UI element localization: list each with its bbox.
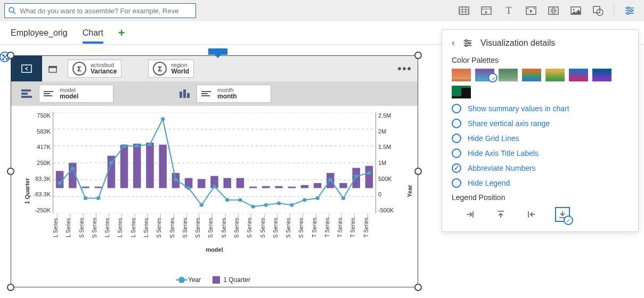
panel-title: Visualization details [480, 38, 555, 48]
svg-point-71 [96, 196, 101, 200]
legend-label: Year [188, 276, 201, 284]
chart-legend: Year 1 Quarter [11, 276, 418, 287]
option-hide-grid[interactable]: Hide Grid Lines [452, 134, 629, 143]
insert-web-icon[interactable] [543, 1, 564, 21]
insert-shape-icon[interactable] [588, 1, 608, 21]
measure-chip-variance[interactable]: Σ actvsbud Variance [68, 60, 121, 78]
sort-icon [44, 91, 55, 96]
chart-widget[interactable]: Σ actvsbud Variance Σ region World ••• [11, 55, 418, 287]
widget-tab-marker [208, 48, 227, 55]
svg-point-86 [290, 203, 294, 207]
legend-pos-right[interactable] [462, 207, 477, 222]
svg-point-70 [84, 196, 88, 200]
svg-rect-27 [22, 65, 31, 72]
y-ticks-right: 2.5M2M1.5M1M500K0-500K [376, 112, 402, 213]
svg-rect-34 [183, 89, 186, 98]
svg-point-80 [213, 185, 217, 188]
sigma-icon: Σ [153, 62, 167, 76]
insert-media-icon[interactable] [521, 1, 541, 21]
insert-date-icon[interactable] [476, 1, 496, 21]
palette-swatch[interactable] [522, 69, 541, 81]
horizontal-bars-icon[interactable] [14, 85, 39, 103]
palette-swatch[interactable] [545, 69, 565, 81]
svg-rect-33 [180, 92, 182, 98]
palette-swatch[interactable] [475, 69, 494, 81]
svg-point-83 [251, 205, 255, 209]
svg-rect-28 [49, 68, 56, 72]
dimension-chip-model[interactable]: model model [39, 85, 113, 103]
more-menu-button[interactable]: ••• [392, 63, 418, 75]
palette-swatch[interactable] [569, 69, 588, 81]
insert-text-icon[interactable]: T [499, 1, 519, 21]
resize-handle[interactable] [7, 52, 14, 59]
insert-table-icon[interactable] [454, 1, 474, 21]
svg-rect-54 [198, 179, 206, 188]
svg-rect-63 [314, 183, 322, 188]
svg-point-75 [148, 143, 152, 146]
svg-rect-51 [159, 145, 167, 188]
measure-chip-world[interactable]: Σ region World [148, 60, 194, 78]
add-tab-button[interactable]: + [118, 26, 125, 40]
settings-sliders-icon[interactable] [619, 1, 640, 21]
search-box[interactable] [4, 3, 196, 18]
tab-employee-orig[interactable]: Employee_orig [11, 23, 68, 43]
svg-point-88 [315, 196, 320, 200]
svg-point-90 [341, 196, 346, 200]
svg-point-92 [367, 171, 371, 175]
tab-chart[interactable]: Chart [83, 23, 103, 43]
svg-rect-48 [120, 145, 128, 188]
resize-handle[interactable] [414, 52, 422, 59]
resize-handle[interactable] [7, 284, 14, 291]
legend-position-section-label: Legend Position [452, 193, 629, 202]
svg-rect-58 [249, 187, 257, 188]
x-axis-title: model [27, 246, 402, 253]
svg-rect-46 [94, 187, 102, 188]
legend-marker-bar [213, 276, 220, 284]
vertical-bars-icon[interactable] [172, 85, 197, 103]
svg-rect-7 [482, 7, 491, 14]
sliders-icon [462, 38, 473, 48]
legend-label: 1 Quarter [223, 276, 250, 284]
legend-pos-top[interactable] [493, 207, 508, 222]
resize-handle[interactable] [414, 284, 422, 291]
svg-rect-31 [21, 93, 28, 95]
back-chevron-icon[interactable]: ‹ [452, 37, 455, 48]
svg-rect-2 [459, 7, 469, 14]
collapse-panel-icon[interactable] [11, 56, 42, 81]
legend-pos-bottom[interactable] [555, 207, 570, 222]
svg-point-78 [186, 186, 191, 190]
svg-point-72 [109, 161, 113, 165]
option-share-axis[interactable]: Share vertical axis range [452, 119, 629, 128]
x-ticks: L Series...L Series...S Series...S Serie… [53, 213, 376, 245]
legend-pos-left[interactable] [524, 207, 539, 222]
svg-point-96 [468, 42, 470, 44]
search-input[interactable] [20, 7, 192, 15]
svg-rect-67 [365, 166, 373, 188]
palette-swatch[interactable] [452, 69, 471, 81]
svg-point-22 [627, 7, 629, 9]
palette-swatch[interactable] [592, 69, 612, 81]
svg-rect-50 [146, 143, 154, 188]
svg-point-79 [200, 203, 204, 207]
y-axis-left-title: 1 Quarter [24, 178, 30, 204]
sort-icon [201, 91, 213, 96]
option-hide-axis-title[interactable]: Hide Axis Title Labels [452, 148, 629, 158]
svg-rect-65 [339, 183, 347, 188]
option-abbreviate-numbers[interactable]: Abbreviate Numbers [452, 163, 629, 173]
visualization-details-panel: ‹ Visualization details Color Palettes S… [442, 29, 639, 232]
chart-plot-area [53, 112, 376, 213]
svg-point-81 [225, 198, 230, 202]
svg-point-89 [329, 178, 333, 181]
svg-rect-12 [534, 8, 535, 9]
svg-point-94 [465, 39, 467, 42]
palette-swatch[interactable] [452, 86, 471, 98]
home-icon[interactable] [42, 58, 63, 79]
insert-image-icon[interactable] [566, 1, 586, 21]
option-hide-legend[interactable]: Hide Legend [452, 178, 629, 188]
svg-rect-57 [237, 178, 244, 188]
chip-bottom-label: World [171, 68, 189, 76]
svg-point-82 [238, 198, 242, 202]
dimension-chip-month[interactable]: month month [197, 85, 271, 103]
option-show-summary[interactable]: Show summary values in chart [452, 104, 629, 113]
palette-swatch[interactable] [499, 69, 518, 81]
